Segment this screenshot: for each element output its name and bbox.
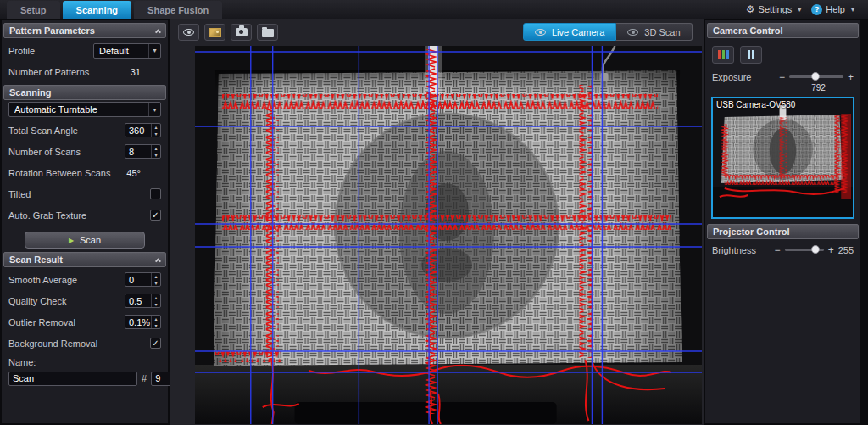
stepper-arrows[interactable]: ▴ ▾ <box>151 273 160 286</box>
outlier-removal-stepper[interactable]: 0.1% ▴ ▾ <box>125 315 161 329</box>
viewport: Live Camera 3D Scan <box>170 19 704 425</box>
scan-mode-dropdown[interactable]: Automatic Turntable ▾ <box>8 102 161 117</box>
tilted-checkbox[interactable] <box>150 188 161 199</box>
number-of-scans-value[interactable]: 8 <box>125 145 151 158</box>
spin-up-icon[interactable]: ▴ <box>152 273 160 280</box>
settings-menu[interactable]: Settings <box>759 4 793 14</box>
rotation-between-scans-value: 45° <box>126 168 141 178</box>
stepper-arrows[interactable]: ▴ ▾ <box>151 294 160 307</box>
section-scan-result[interactable]: Scan Result <box>3 252 166 267</box>
camera-preview[interactable]: USB Camera-OV580 <box>711 97 854 219</box>
spin-down-icon[interactable]: ▾ <box>152 322 160 329</box>
stepper-arrows[interactable]: ▴ ▾ <box>151 316 160 328</box>
color-channels-button[interactable] <box>712 46 734 64</box>
pause-stream-button[interactable] <box>740 46 762 64</box>
number-of-scans-stepper[interactable]: 8 ▴ ▾ <box>125 144 161 159</box>
camera-control-buttons <box>705 40 860 68</box>
tilted-label: Tilted <box>8 189 150 199</box>
number-of-scans-label: Number of Scans <box>8 147 125 157</box>
help-menu[interactable]: Help <box>826 4 845 14</box>
background-removal-checkbox[interactable]: ✓ <box>150 338 161 349</box>
spin-up-icon[interactable]: ▴ <box>152 124 160 131</box>
section-title: Camera Control <box>713 25 783 36</box>
smooth-average-value[interactable]: 0 <box>125 273 151 286</box>
auto-grab-texture-label: Auto. Grab Texture <box>8 210 150 221</box>
scan-button-label: Scan <box>80 235 101 245</box>
spin-down-icon[interactable]: ▾ <box>152 131 160 137</box>
scan-button[interactable]: ▶ Scan <box>25 232 145 249</box>
number-of-patterns-label: Number of Patterns <box>8 67 131 77</box>
quality-check-value[interactable]: 0.5 <box>125 294 151 307</box>
total-scan-angle-stepper[interactable]: 360 ▴ ▾ <box>125 123 161 137</box>
total-scan-angle-row: Total Scan Angle 360 ▴ ▾ <box>2 120 168 141</box>
tab-setup[interactable]: Setup <box>7 1 60 19</box>
left-settings-panel: Pattern Parameters Profile Default ▾ Num… <box>2 20 168 423</box>
eye-icon <box>535 29 546 36</box>
camera-feed-image <box>195 46 702 424</box>
grab-snapshot-button[interactable] <box>231 24 252 41</box>
spin-up-icon[interactable]: ▴ <box>152 294 160 301</box>
section-title: Pattern Parameters <box>9 25 95 36</box>
open-folder-button[interactable] <box>257 24 278 41</box>
red-bar-icon <box>718 50 721 59</box>
section-title: Scan Result <box>9 254 63 265</box>
section-scanning[interactable]: Scanning <box>3 85 166 100</box>
background-removal-label: Background Removal <box>8 338 150 349</box>
3d-scan-button[interactable]: 3D Scan <box>616 23 692 41</box>
play-icon: ▶ <box>69 237 74 244</box>
section-title: Projector Control <box>713 226 789 237</box>
section-pattern-parameters[interactable]: Pattern Parameters <box>3 23 166 38</box>
auto-grab-texture-checkbox[interactable]: ✓ <box>150 210 161 221</box>
outlier-removal-value[interactable]: 0.1% <box>125 316 151 328</box>
spin-down-icon[interactable]: ▾ <box>152 301 160 308</box>
chevron-down-icon[interactable]: ▾ <box>148 44 160 58</box>
outlier-removal-label: Outlier Removal <box>8 317 125 327</box>
quality-check-stepper[interactable]: 0.5 ▴ ▾ <box>125 294 161 308</box>
brightness-value: 255 <box>838 245 854 255</box>
exposure-row: Exposure − + <box>705 68 860 83</box>
outlier-removal-row: Outlier Removal 0.1% ▴ ▾ <box>2 311 168 333</box>
plus-icon[interactable]: + <box>828 246 834 254</box>
profile-dropdown[interactable]: Default ▾ <box>93 43 161 59</box>
stepper-arrows[interactable]: ▴ ▾ <box>151 124 160 137</box>
spin-down-icon[interactable]: ▾ <box>152 280 160 287</box>
camera-feed[interactable] <box>195 46 702 424</box>
stepper-arrows[interactable]: ▴ ▾ <box>151 145 160 158</box>
pattern-image-button[interactable] <box>204 24 225 41</box>
minus-icon[interactable]: − <box>775 246 781 254</box>
tab-shape-fusion[interactable]: Shape Fusion <box>134 1 222 19</box>
smooth-average-stepper[interactable]: 0 ▴ ▾ <box>125 272 161 287</box>
top-tab-bar: Setup Scanning Shape Fusion ⚙ Settings ▾… <box>0 0 868 19</box>
camera-icon <box>236 28 248 36</box>
total-scan-angle-label: Total Scan Angle <box>8 126 125 136</box>
auto-grab-texture-row: Auto. Grab Texture ✓ <box>2 204 168 226</box>
brightness-slider[interactable] <box>785 249 824 251</box>
exposure-slider[interactable] <box>789 75 843 78</box>
section-camera-control[interactable]: Camera Control <box>707 23 859 38</box>
scan-name-label: Name: <box>2 354 168 369</box>
live-view-toggle-button[interactable] <box>178 24 199 41</box>
section-projector-control[interactable]: Projector Control <box>707 224 859 239</box>
scan-name-input[interactable] <box>8 372 137 386</box>
collapse-icon <box>155 258 161 264</box>
total-scan-angle-value[interactable]: 360 <box>125 124 151 137</box>
brightness-slider-thumb[interactable] <box>811 245 820 254</box>
live-camera-button[interactable]: Live Camera <box>523 23 616 41</box>
spin-down-icon[interactable]: ▾ <box>152 152 160 159</box>
check-icon: ✓ <box>152 210 159 220</box>
camera-preview-label: USB Camera-OV580 <box>716 100 795 109</box>
plus-icon[interactable]: + <box>848 73 854 81</box>
caret-down-icon: ▾ <box>798 6 801 14</box>
eye-icon <box>627 29 638 36</box>
number-of-patterns-value: 31 <box>131 67 141 77</box>
right-control-panel: Camera Control Exposure − + 792 USB Came… <box>705 20 860 423</box>
tab-scanning[interactable]: Scanning <box>63 1 132 19</box>
minus-icon[interactable]: − <box>779 73 785 81</box>
spin-up-icon[interactable]: ▴ <box>152 145 160 152</box>
topbar-menus: ⚙ Settings ▾ ? Help ▾ <box>746 0 868 19</box>
spin-up-icon[interactable]: ▴ <box>152 316 160 322</box>
chevron-down-icon[interactable]: ▾ <box>148 103 160 116</box>
section-title: Scanning <box>9 87 52 98</box>
exposure-slider-thumb[interactable] <box>811 72 820 81</box>
brightness-label: Brightness <box>712 245 771 255</box>
